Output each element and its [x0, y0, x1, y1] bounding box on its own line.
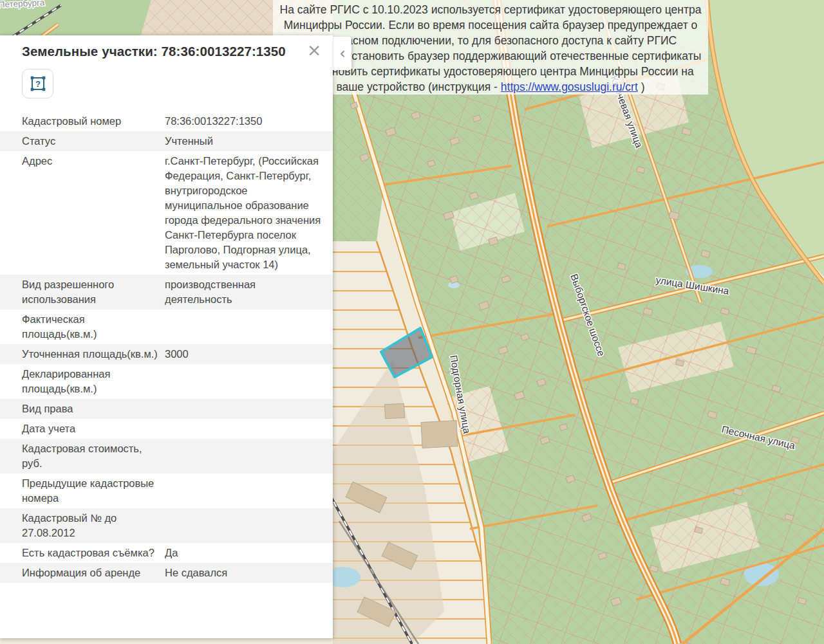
table-row: Декларированная площадь(кв.м.) [0, 364, 333, 399]
table-row: Адресг.Санкт-Петербург, (Российская Феде… [0, 151, 333, 275]
gosuslugi-link[interactable]: https://www.gosuslugi.ru/crt [501, 80, 638, 93]
table-row: Кадастровый № до 27.08.2012 [0, 508, 333, 543]
row-label: Вид права [22, 401, 165, 416]
row-label: Вид разрешенного использования [22, 277, 165, 307]
row-label: Фактическая площадь(кв.м.) [22, 312, 165, 342]
row-label: Адрес [22, 154, 165, 272]
svg-text:?: ? [35, 79, 41, 89]
table-row: СтатусУчтенный [0, 131, 333, 151]
row-value: 3000 [165, 347, 323, 362]
chevron-left-icon: ‹ [339, 44, 346, 62]
table-row: Кадастровая стоимость, руб. [0, 439, 333, 474]
row-value [165, 441, 323, 471]
table-row: Информация об арендеНе сдавался [0, 563, 333, 583]
panel-title: Земельные участки: 78:36:0013227:1350 [22, 44, 301, 59]
row-value [165, 421, 323, 436]
table-row: Фактическая площадь(кв.м.) [0, 309, 333, 344]
row-value: Учтенный [165, 134, 323, 149]
row-label: Кадастровый № до 27.08.2012 [22, 511, 165, 540]
row-label: Есть кадастровая съёмка? [22, 546, 165, 560]
row-label: Предыдущие кадастровые номера [22, 476, 165, 506]
row-label: Информация об аренде [22, 566, 165, 580]
row-value: 78:36:0013227:1350 [165, 114, 323, 129]
table-row: Вид права [0, 399, 333, 419]
parcel-info-panel: Земельные участки: 78:36:0013227:1350 × … [0, 35, 333, 638]
parcel-attributes-table: Кадастровый номер78:36:0013227:1350Стату… [0, 111, 333, 583]
row-value: Не сдавался [165, 566, 323, 580]
close-icon[interactable]: × [304, 41, 324, 60]
row-label: Декларированная площадь(кв.м.) [22, 367, 165, 396]
table-row: Вид разрешенного использованияпроизводст… [0, 275, 333, 309]
row-value [165, 476, 323, 506]
row-value: производственная деятельность [165, 277, 323, 307]
row-label: Кадастровый номер [22, 114, 165, 129]
row-label: Статус [22, 134, 165, 149]
row-value: г.Санкт-Петербург, (Российская Федерация… [165, 154, 323, 272]
row-value: Да [165, 546, 323, 560]
panel-collapse-button[interactable]: ‹ [333, 37, 351, 70]
row-value [165, 367, 323, 396]
table-row: Есть кадастровая съёмка?Да [0, 543, 333, 563]
table-row: Дата учета [0, 419, 333, 439]
table-row: Предыдущие кадастровые номера [0, 474, 333, 508]
polygon-question-icon: ? [29, 75, 47, 93]
row-label: Кадастровая стоимость, руб. [22, 441, 165, 471]
row-value [165, 312, 323, 342]
row-value [165, 401, 323, 416]
row-value [165, 511, 323, 540]
row-label: Уточненная площадь(кв.м.) [22, 347, 165, 362]
row-label: Дата учета [22, 421, 165, 436]
table-row: Кадастровый номер78:36:0013227:1350 [0, 111, 333, 131]
show-geometry-button[interactable]: ? [22, 69, 53, 98]
table-row: Уточненная площадь(кв.м.)3000 [0, 344, 333, 364]
notification-text-tail: ) [638, 80, 645, 93]
